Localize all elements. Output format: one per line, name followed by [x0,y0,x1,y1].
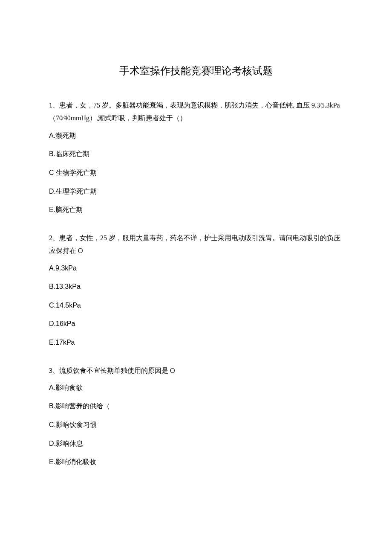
option-a: A.濒死期 [49,130,343,141]
option-d: D.16kPa [49,318,343,329]
question-content: 患者，女性，25 岁，服用大量毒药，药名不详，护士采用电动吸引洗胃。请问电动吸引… [49,234,340,254]
option-c: C.影响饮食习惯 [49,419,343,430]
option-c: C 生物学死亡期 [49,167,343,178]
question-text: 2、患者，女性，25 岁，服用大量毒药，药名不详，护士采用电动吸引洗胃。请问电动… [49,232,343,258]
option-a: A.影响食欲 [49,382,343,393]
option-b: B.13.3kPa [49,281,343,292]
question-content: 患者，女，75 岁。多脏器功能衰竭，表现为意识模糊，肌张力消失，心音低钝, 血压… [49,102,340,122]
option-b: B.影响营养的供给（ [49,401,343,412]
option-b: B.临床死亡期 [49,148,343,160]
option-e: E.影响消化吸收 [49,456,343,468]
question-block-2: 2、患者，女性，25 岁，服用大量毒药，药名不详，护士采用电动吸引洗胃。请问电动… [49,232,343,348]
option-e: E.17kPa [49,337,343,348]
question-number: 2、 [49,234,59,241]
question-number: 3、 [49,367,59,374]
question-content: 流质饮食不宜长期单独使用的原因是 O [59,367,175,374]
question-block-3: 3、流质饮食不宜长期单独使用的原因是 O A.影响食欲 B.影响营养的供给（ C… [49,364,343,468]
option-c: C.14.5kPa [49,300,343,311]
question-text: 3、流质饮食不宜长期单独使用的原因是 O [49,364,343,377]
option-e: E.脑死亡期 [49,204,343,215]
question-block-1: 1、患者，女，75 岁。多脏器功能衰竭，表现为意识模糊，肌张力消失，心音低钝, … [49,99,343,215]
document-title: 手术室操作技能竞赛理论考核试题 [49,64,343,78]
option-a: A.9.3kPa [49,263,343,274]
option-d: D.生理学死亡期 [49,186,343,197]
question-number: 1、 [49,102,59,109]
question-text: 1、患者，女，75 岁。多脏器功能衰竭，表现为意识模糊，肌张力消失，心音低钝, … [49,99,343,125]
option-d: D.影响休息 [49,438,343,449]
